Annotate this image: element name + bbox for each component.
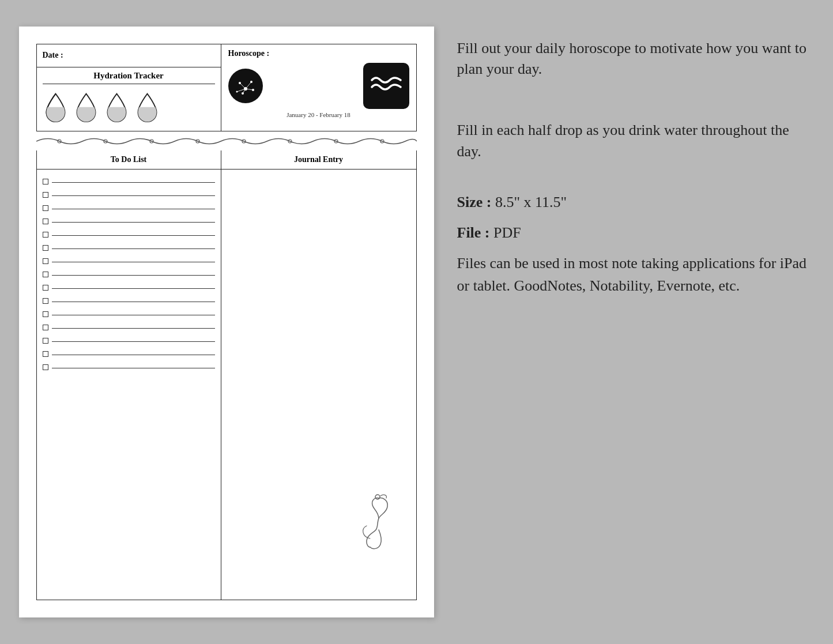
description-text: Files can be used in most note taking ap… — [457, 252, 815, 297]
todo-line — [52, 328, 215, 329]
todo-item — [43, 187, 215, 201]
file-value: PDF — [493, 224, 521, 241]
hydration-title: Hydration Tracker — [43, 71, 215, 84]
svg-line-10 — [240, 83, 246, 89]
todo-item — [43, 214, 215, 227]
todo-item — [43, 201, 215, 214]
todo-line — [52, 209, 215, 209]
todo-line — [52, 195, 215, 196]
todo-item — [43, 293, 215, 307]
hydration-callout-text: Fill in each half drop as you drink wate… — [457, 120, 815, 162]
todo-checkbox[interactable] — [43, 179, 48, 184]
todo-item — [43, 254, 215, 267]
callouts-col: Fill out your daily horoscope to motivat… — [457, 27, 815, 297]
todo-checkbox[interactable] — [43, 219, 48, 224]
todo-item — [43, 307, 215, 320]
todo-checkbox[interactable] — [43, 311, 48, 317]
todo-checkbox[interactable] — [43, 232, 48, 238]
todo-line — [52, 315, 215, 315]
todo-item — [43, 360, 215, 373]
todo-item — [43, 240, 215, 254]
size-value: 8.5" x 11.5" — [495, 194, 567, 210]
journal-header: Journal Entry — [221, 150, 416, 170]
horoscope-content — [228, 63, 409, 109]
todo-line — [52, 341, 215, 342]
todo-line — [52, 235, 215, 236]
todo-line — [52, 288, 215, 289]
date-label: Date : — [43, 51, 63, 60]
todo-checkbox[interactable] — [43, 272, 48, 277]
constellation-icon — [228, 69, 263, 103]
todo-checkbox[interactable] — [43, 325, 48, 330]
todo-line — [52, 368, 215, 368]
todo-item — [43, 227, 215, 240]
todo-header: To Do List — [37, 150, 221, 170]
water-drop-1 — [43, 91, 69, 123]
page-wrapper: Date : Hydration Tracker — [19, 27, 815, 618]
date-hydration-col: Date : Hydration Tracker — [37, 44, 221, 131]
horoscope-callout-section: Fill out your daily horoscope to motivat… — [457, 38, 815, 80]
doc-body: To Do List — [36, 150, 417, 600]
todo-checkbox[interactable] — [43, 338, 48, 344]
size-label: Size : — [457, 194, 492, 210]
todo-line — [52, 182, 215, 183]
todo-line — [52, 248, 215, 249]
todo-checkbox[interactable] — [43, 192, 48, 198]
todo-checkbox[interactable] — [43, 285, 48, 291]
hydration-callout-section: Fill in each half drop as you drink wate… — [457, 120, 815, 162]
todo-line — [52, 222, 215, 223]
todo-checkbox[interactable] — [43, 364, 48, 370]
journal-body[interactable] — [221, 170, 416, 573]
svg-line-11 — [246, 82, 251, 89]
hydration-section: Hydration Tracker — [37, 67, 221, 131]
date-row: Date : — [37, 44, 221, 67]
horoscope-constellation — [228, 69, 263, 103]
todo-checkbox[interactable] — [43, 351, 48, 357]
drops-row — [43, 89, 215, 125]
todo-items-list — [37, 170, 221, 378]
size-info: Size : 8.5" x 11.5" — [457, 191, 815, 213]
todo-item — [43, 333, 215, 347]
aquarius-symbol — [369, 70, 404, 101]
vine-divider — [36, 135, 417, 151]
journal-ornament — [359, 492, 399, 556]
todo-line — [52, 355, 215, 355]
journal-col: Journal Entry — [221, 150, 416, 600]
file-label: File : — [457, 224, 490, 241]
info-section: Size : 8.5" x 11.5" File : PDF Files can… — [457, 191, 815, 297]
water-drop-2 — [73, 91, 99, 123]
todo-checkbox[interactable] — [43, 205, 48, 211]
todo-checkbox[interactable] — [43, 258, 48, 264]
horoscope-callout-text: Fill out your daily horoscope to motivat… — [457, 38, 815, 80]
doc-header: Date : Hydration Tracker — [36, 44, 417, 131]
horoscope-date: January 20 - February 18 — [228, 111, 409, 118]
horoscope-label: Horoscope : — [228, 49, 409, 58]
aquarius-icon-box — [363, 63, 409, 109]
todo-col: To Do List — [37, 150, 221, 600]
todo-line — [52, 302, 215, 302]
todo-checkbox[interactable] — [43, 298, 48, 304]
water-drop-4 — [134, 91, 160, 123]
todo-checkbox[interactable] — [43, 245, 48, 251]
todo-item — [43, 267, 215, 280]
water-drop-3 — [104, 91, 130, 123]
todo-line — [52, 262, 215, 262]
todo-item — [43, 174, 215, 187]
todo-line — [52, 275, 215, 276]
todo-item — [43, 280, 215, 293]
file-info: File : PDF — [457, 221, 815, 244]
svg-point-23 — [375, 495, 380, 499]
todo-item — [43, 347, 215, 360]
horoscope-col: Horoscope : — [221, 44, 416, 131]
todo-item — [43, 320, 215, 333]
document-preview: Date : Hydration Tracker — [19, 27, 434, 618]
